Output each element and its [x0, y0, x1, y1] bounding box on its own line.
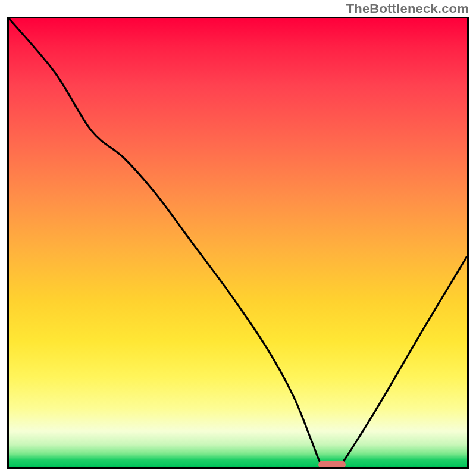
plot-frame [7, 17, 469, 469]
optimal-marker [318, 461, 346, 469]
watermark-text: TheBottleneck.com [346, 1, 469, 17]
chart-stage: TheBottleneck.com [0, 0, 476, 476]
bottleneck-curve [9, 18, 467, 467]
curve-path [9, 18, 467, 467]
